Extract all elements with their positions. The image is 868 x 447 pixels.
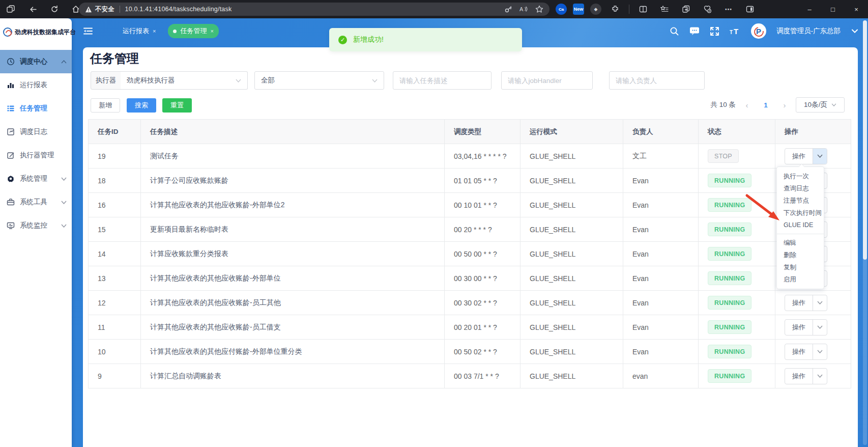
search-icon[interactable]: [670, 26, 679, 36]
sidebar-item-2[interactable]: 任务管理: [0, 97, 72, 120]
action-cell: 操作: [775, 340, 851, 364]
favorite-star-icon[interactable]: [535, 5, 543, 13]
action-button-label[interactable]: 操作: [785, 149, 813, 164]
sidebar-item-label: 调度中心: [20, 57, 47, 66]
prev-page-button[interactable]: ‹: [741, 98, 753, 111]
menu-item-复制[interactable]: 复制: [777, 261, 824, 273]
executor-select[interactable]: 劲虎科技执行器: [121, 71, 248, 90]
message-icon[interactable]: [689, 26, 700, 36]
chevron-down-icon[interactable]: [813, 149, 827, 164]
maximize-button[interactable]: □: [821, 0, 845, 18]
owner: Evan: [623, 169, 699, 192]
chevron-down-icon[interactable]: [813, 369, 827, 384]
collections-icon[interactable]: [678, 2, 693, 17]
owner: 文工: [623, 144, 699, 168]
sidebar-collapse-icon[interactable]: [83, 27, 93, 35]
tab-task-management[interactable]: 任务管理 ×: [168, 24, 218, 38]
status-filter-select[interactable]: 全部: [254, 71, 384, 90]
extensions-puzzle-icon[interactable]: [607, 2, 623, 17]
task-desc: 计算其他应收表的其他应收账龄-外部单位: [141, 266, 445, 290]
sidebar-item-0[interactable]: 调度中心: [0, 50, 72, 73]
open-tabs: 运行报表 × 任务管理 ×: [118, 24, 219, 38]
favorites-bar-icon[interactable]: [657, 2, 672, 17]
sidebar-item-4[interactable]: 执行器管理: [0, 144, 72, 167]
close-button[interactable]: ×: [845, 0, 868, 18]
status-badge: RUNNING: [708, 247, 751, 261]
tab-close-icon[interactable]: ×: [153, 28, 156, 34]
gear-icon: [6, 175, 15, 183]
owner: Evan: [623, 193, 699, 217]
page-size-select[interactable]: 10条/页: [796, 97, 845, 113]
fullscreen-icon[interactable]: [710, 26, 719, 36]
action-button-label[interactable]: 操作: [785, 369, 813, 384]
menu-item-删除[interactable]: 删除: [777, 249, 824, 261]
sidebar-toggle-icon[interactable]: [742, 2, 758, 17]
tab-run-report[interactable]: 运行报表 ×: [118, 24, 161, 38]
add-button[interactable]: 新增: [91, 98, 120, 113]
action-button-label[interactable]: 操作: [785, 295, 813, 311]
log-icon: [6, 128, 15, 136]
split-screen-icon[interactable]: [635, 2, 651, 17]
next-page-button[interactable]: ›: [778, 98, 791, 111]
action-dropdown-button[interactable]: 操作: [785, 368, 827, 384]
menu-item-下次执行时间[interactable]: 下次执行时间: [777, 207, 824, 219]
page-scrollbar[interactable]: [863, 20, 867, 445]
screen: 不安全 10.0.1.41:41064/taskscheduling/task …: [0, 0, 868, 447]
menu-item-查询日志[interactable]: 查询日志: [777, 182, 824, 194]
read-aloud-icon[interactable]: A: [519, 6, 528, 13]
chevron-down-icon[interactable]: [813, 344, 827, 359]
user-avatar[interactable]: [751, 23, 766, 39]
menu-item-注册节点[interactable]: 注册节点: [777, 194, 824, 207]
sidebar-item-3[interactable]: 调度日志: [0, 120, 72, 144]
menu-item-启用[interactable]: 启用: [777, 273, 824, 286]
action-button-label[interactable]: 操作: [785, 344, 813, 359]
font-size-icon[interactable]: TT: [730, 26, 741, 36]
user-name[interactable]: 调度管理员-广东总部: [776, 26, 841, 36]
action-dropdown-button[interactable]: 操作: [785, 295, 827, 311]
sidebar-item-5[interactable]: 系统管理: [0, 167, 72, 190]
sidebar-item-1[interactable]: 运行报表: [0, 73, 72, 97]
page-title: 任务管理: [90, 50, 139, 67]
extension-diamond-icon[interactable]: ◆: [590, 4, 601, 15]
user-menu-caret-icon[interactable]: [852, 29, 858, 33]
logo-icon: [3, 27, 12, 37]
action-dropdown-button[interactable]: 操作: [785, 148, 827, 164]
scrollbar-thumb[interactable]: [863, 20, 867, 260]
minimize-button[interactable]: –: [798, 0, 821, 18]
extension-camera-icon[interactable]: Ca: [556, 4, 567, 15]
tab-workspaces-icon[interactable]: [3, 2, 18, 17]
more-menu-icon[interactable]: ⋯: [721, 2, 736, 17]
menu-item-执行一次[interactable]: 执行一次: [777, 170, 824, 182]
browser-essentials-icon[interactable]: [700, 2, 715, 17]
jobhandler-input[interactable]: [508, 77, 586, 85]
clock-icon: [6, 58, 15, 66]
chevron-down-icon[interactable]: [813, 295, 827, 311]
extension-new-icon[interactable]: New: [573, 4, 584, 15]
table-row-task-19: 19测试任务03,04,16 * * * * ?GLUE_SHELL文工STOP…: [89, 144, 851, 169]
action-dropdown-button[interactable]: 操作: [785, 319, 827, 336]
tab-close-icon[interactable]: ×: [210, 28, 213, 34]
back-icon[interactable]: [25, 2, 41, 17]
sidebar-item-7[interactable]: 系统监控: [0, 214, 72, 237]
menu-item-编辑[interactable]: 编辑: [777, 237, 824, 249]
task-desc-input[interactable]: [399, 77, 485, 85]
run-mode: GLUE_SHELL: [520, 340, 623, 364]
current-page[interactable]: 1: [758, 98, 773, 111]
status-badge: STOP: [708, 149, 739, 163]
owner-input[interactable]: [616, 77, 698, 85]
status-cell: RUNNING: [699, 315, 775, 339]
run-mode: GLUE_SHELL: [520, 364, 623, 388]
task-id: 10: [89, 340, 141, 364]
reset-button[interactable]: 重置: [162, 98, 192, 113]
chevron-down-icon: [236, 79, 241, 82]
address-bar[interactable]: 不安全 10.0.1.41:41064/taskscheduling/task …: [79, 3, 549, 16]
refresh-icon[interactable]: [47, 2, 62, 17]
chevron-down-icon[interactable]: [813, 320, 827, 335]
action-dropdown-button[interactable]: 操作: [785, 344, 827, 360]
search-button[interactable]: 搜索: [127, 98, 156, 113]
action-button-label[interactable]: 操作: [785, 320, 813, 335]
password-key-icon[interactable]: [504, 5, 512, 13]
toast-message: 新增成功!: [353, 35, 384, 44]
menu-item-GLUE IDE[interactable]: GLUE IDE: [777, 219, 824, 231]
sidebar-item-6[interactable]: 系统工具: [0, 190, 72, 214]
